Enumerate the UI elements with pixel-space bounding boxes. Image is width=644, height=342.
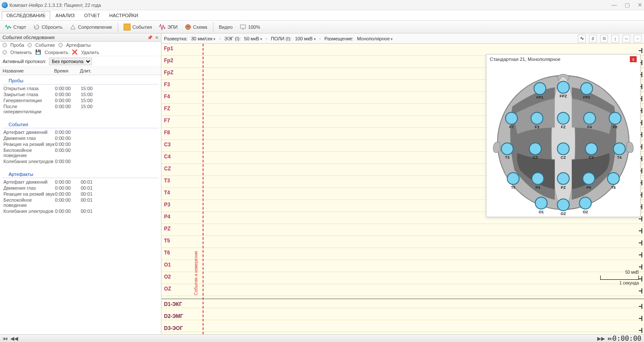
radio-icon[interactable]: [27, 43, 32, 47]
event-actions-row: Отменить 💾Сохранить ❌Удалить: [0, 48, 161, 56]
cursor-marker[interactable]: [203, 44, 204, 334]
timeline-scrollbar[interactable]: ⏮ ◀◀ ▶▶ ⏭ 0:00:00: [0, 334, 644, 342]
sidebar-title: События обследования: [3, 35, 55, 40]
list-item[interactable]: Артефакт движений0:00:00: [0, 129, 161, 135]
toolbar: Старт Сбросить Сопротивление События ЭПИ…: [0, 21, 644, 33]
start-button[interactable]: Старт: [2, 22, 29, 32]
main-area: Развертка: 30 мм/сек • ЭЭГ (I): 50 мкВ •…: [161, 33, 644, 334]
protocol-select[interactable]: Без протокола: [49, 58, 92, 65]
window-title: Компакт-Нейро 2.1.3.13: Пациент, 22 года: [9, 3, 101, 8]
svg-point-32: [507, 173, 519, 185]
tool-wave-icon[interactable]: ∿: [578, 35, 586, 42]
save-icon[interactable]: 💾: [35, 49, 41, 55]
list-item[interactable]: Реакция на резкий звук0:00:0000:01: [0, 191, 161, 197]
sweep-select[interactable]: 30 мм/сек: [191, 36, 216, 41]
zoom-button[interactable]: 100%: [237, 22, 263, 32]
delete-icon[interactable]: ❌: [72, 49, 78, 55]
poly-select[interactable]: 100 мкВ: [295, 36, 316, 41]
col-name: Название: [3, 68, 54, 73]
electrode-oz[interactable]: OZ: [557, 199, 569, 216]
radio-icon[interactable]: [3, 43, 7, 47]
list-item[interactable]: Беспокойное поведение0:00:00: [0, 147, 161, 158]
undo-label[interactable]: Отменить: [10, 50, 32, 55]
svg-rect-3: [240, 25, 246, 28]
montage-select[interactable]: Монополярное: [357, 36, 393, 41]
menubar: ОБСЛЕДОВАНИЕ АНАЛИЗ ОТЧЕТ НАСТРОЙКИ: [0, 10, 644, 21]
list-item[interactable]: Открытые глаза0:00:0015:00: [0, 85, 161, 91]
tool-leftright-icon[interactable]: ↔: [623, 35, 630, 42]
close-button[interactable]: ✕: [638, 2, 642, 8]
tab-settings[interactable]: НАСТРОЙКИ: [105, 12, 143, 19]
tab-analysis[interactable]: АНАЛИЗ: [51, 12, 79, 19]
list-item[interactable]: Движения глаз0:00:0000:01: [0, 185, 161, 191]
list-item[interactable]: Реакция на резкий звук0:00:00: [0, 141, 161, 147]
eeg-label: ЭЭГ (I):: [224, 36, 240, 41]
rewind-icon[interactable]: ◀◀: [10, 336, 18, 342]
list-item[interactable]: Движения глаз0:00:00: [0, 135, 161, 141]
list-item[interactable]: После гипервентиляции0:00:0015:00: [0, 103, 161, 115]
electrode-map-panel[interactable]: Стандартная 21, Монополярное x FP1FPZFP2…: [486, 54, 641, 217]
tool-plus-icon[interactable]: +: [634, 35, 641, 42]
svg-text:FP2: FP2: [583, 95, 590, 100]
head-diagram: FP1FPZFP2F7F3FZF4F8T3C3CZC4T4T5P3PZP4T6O…: [486, 64, 640, 217]
channel-label: F8: [164, 130, 170, 136]
forward-end-icon[interactable]: ⏭: [608, 336, 613, 342]
eeg-select[interactable]: 50 мкВ: [244, 36, 263, 41]
channel-label: FpZ: [164, 70, 173, 76]
eeg-chart[interactable]: События и измерения Fp1Fp2FpZF3F4FZF7F8C…: [161, 44, 644, 334]
channel-label: D1-ЭКГ: [164, 301, 182, 307]
forward-icon[interactable]: ▶▶: [597, 336, 605, 342]
svg-point-36: [557, 173, 569, 185]
channel-label: T3: [164, 178, 170, 184]
svg-text:OZ: OZ: [561, 212, 566, 216]
tool-updown-icon[interactable]: ↕: [611, 35, 619, 42]
maximize-button[interactable]: ▢: [625, 2, 630, 8]
svg-point-18: [583, 112, 595, 124]
channel-label: FZ: [164, 106, 170, 112]
proba-label[interactable]: Проба: [10, 42, 24, 48]
svg-text:P3: P3: [535, 185, 540, 190]
poly-label: ПОЛИ (I):: [271, 36, 292, 41]
electrode-o1[interactable]: O1: [535, 197, 547, 215]
minimize-button[interactable]: —: [611, 2, 617, 8]
channel-label: D2-ЭМГ: [164, 313, 183, 319]
impedance-button[interactable]: Сопротивление: [67, 22, 115, 32]
electrode-o2[interactable]: O2: [580, 197, 592, 215]
events-button[interactable]: События: [121, 22, 155, 32]
epi-button[interactable]: ЭПИ: [156, 22, 181, 32]
tab-exam[interactable]: ОБСЛЕДОВАНИЕ: [2, 11, 50, 20]
svg-text:O2: O2: [583, 210, 588, 214]
sobytie-label[interactable]: Событие: [35, 42, 55, 48]
tab-report[interactable]: ОТЧЕТ: [80, 12, 104, 19]
delete-label[interactable]: Удалить: [81, 50, 99, 55]
svg-point-34: [532, 173, 544, 185]
list-item[interactable]: Беспокойное поведение0:00:0000:01: [0, 197, 161, 208]
pin-icon[interactable]: 📌: [147, 35, 152, 40]
close-icon[interactable]: ✕: [155, 35, 158, 40]
save-label[interactable]: Сохранить: [45, 50, 68, 55]
video-button[interactable]: Видео: [216, 23, 236, 31]
reset-button[interactable]: Сбросить: [30, 22, 66, 32]
svg-point-46: [580, 197, 592, 209]
scale-indicator: 50 мкВ 1 секунда: [600, 270, 639, 285]
list-item[interactable]: Колебания электродов0:00:00: [0, 158, 161, 164]
list-item[interactable]: Закрытые глаза0:00:0015:00: [0, 91, 161, 97]
undo-icon[interactable]: [3, 50, 7, 54]
channel-label: T6: [164, 250, 170, 256]
svg-text:P4: P4: [586, 185, 591, 190]
close-icon[interactable]: x: [630, 56, 637, 62]
tool-grid-icon[interactable]: #: [589, 35, 597, 42]
separator: [213, 22, 213, 32]
list-item[interactable]: Колебания электродов0:00:0000:01: [0, 208, 161, 214]
list-item[interactable]: Гипервентиляция0:00:0015:00: [0, 97, 161, 103]
rewind-start-icon[interactable]: ⏮: [3, 336, 8, 342]
channel-label: F7: [164, 118, 170, 124]
channel-label: F4: [164, 94, 170, 100]
tool-ruler-icon[interactable]: ⧈: [600, 35, 608, 42]
list-item[interactable]: Артефакт движений0:00:0000:01: [0, 179, 161, 185]
svg-point-14: [531, 112, 543, 124]
scheme-button[interactable]: Схема: [182, 22, 210, 32]
svg-text:CZ: CZ: [561, 156, 566, 160]
radio-icon[interactable]: [58, 43, 63, 47]
artefakty-label[interactable]: Артефакты: [66, 42, 91, 48]
